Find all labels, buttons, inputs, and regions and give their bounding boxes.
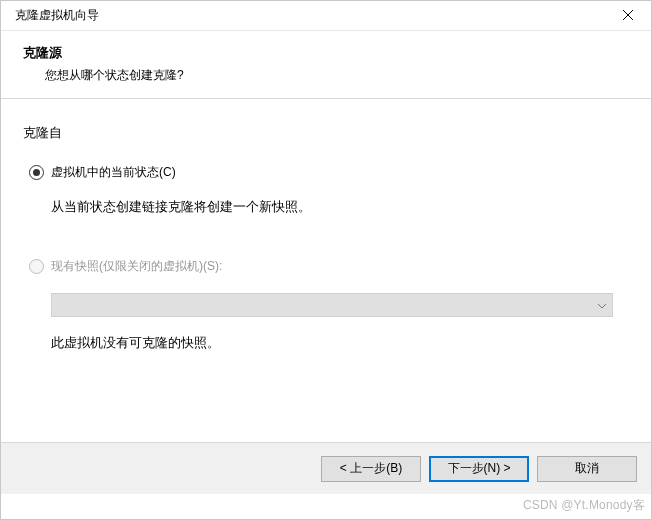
header-subtitle: 您想从哪个状态创建克隆? (45, 67, 637, 84)
radio-icon (29, 165, 44, 180)
chevron-down-icon (598, 298, 606, 312)
back-button[interactable]: < 上一步(B) (321, 456, 421, 482)
cancel-button[interactable]: 取消 (537, 456, 637, 482)
radio-existing-snapshot-label: 现有快照(仅限关闭的虚拟机)(S): (51, 258, 222, 275)
radio-icon (29, 259, 44, 274)
group-label: 克隆自 (23, 125, 629, 142)
close-icon (623, 9, 633, 23)
wizard-footer: < 上一步(B) 下一步(N) > 取消 (1, 442, 651, 494)
header-title: 克隆源 (23, 45, 637, 62)
window-title: 克隆虚拟机向导 (15, 7, 99, 24)
watermark: CSDN @Yt.Monody客 (523, 497, 645, 514)
radio-current-state-label: 虚拟机中的当前状态(C) (51, 164, 176, 181)
radio-existing-snapshot: 现有快照(仅限关闭的虚拟机)(S): (29, 258, 629, 275)
radio-current-state[interactable]: 虚拟机中的当前状态(C) (29, 164, 629, 181)
titlebar: 克隆虚拟机向导 (1, 1, 651, 31)
next-button[interactable]: 下一步(N) > (429, 456, 529, 482)
wizard-header: 克隆源 您想从哪个状态创建克隆? (1, 31, 651, 99)
wizard-content: 克隆自 虚拟机中的当前状态(C) 从当前状态创建链接克隆将创建一个新快照。 现有… (1, 99, 651, 442)
current-state-desc: 从当前状态创建链接克隆将创建一个新快照。 (51, 199, 629, 216)
snapshot-dropdown (51, 293, 613, 317)
snapshot-note: 此虚拟机没有可克隆的快照。 (51, 335, 629, 352)
close-button[interactable] (605, 1, 651, 31)
